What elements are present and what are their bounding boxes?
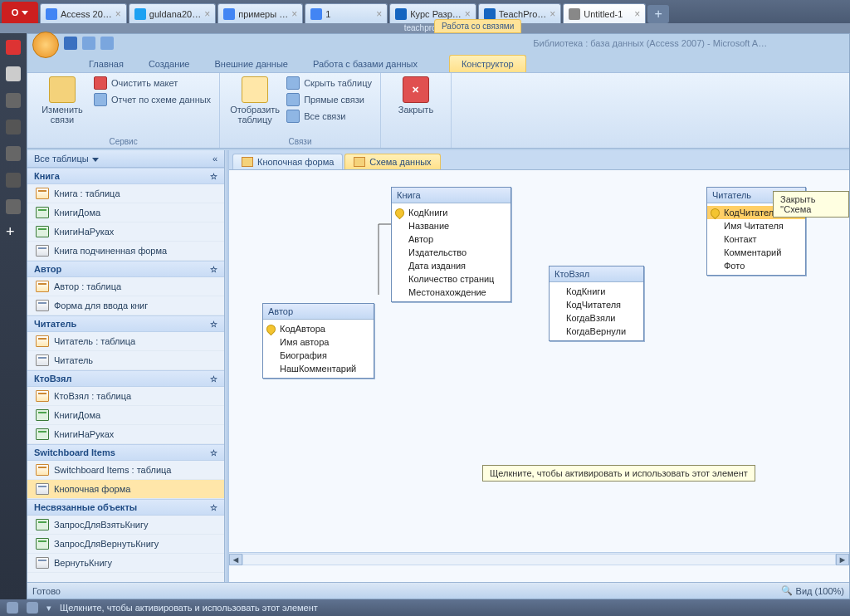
browser-tab[interactable]: Untitled-1× — [563, 3, 646, 23]
nav-group-header[interactable]: Несвязанные объекты☆ — [27, 499, 224, 516]
nav-group-header[interactable]: Читатель☆ — [27, 315, 224, 332]
table-title[interactable]: КтоВзял — [550, 266, 643, 282]
table-field[interactable]: Имя Читателя — [707, 219, 805, 232]
nav-item[interactable]: ВернутьКнигу — [27, 554, 224, 573]
table-field[interactable]: Автор — [392, 232, 510, 246]
nav-item[interactable]: КнигиНаРуках — [27, 222, 224, 242]
edit-relationships-button[interactable]: Изменить связи — [36, 76, 89, 125]
table-field[interactable]: Издательство — [392, 246, 510, 259]
ribbon-tab[interactable]: Работа с базами данных — [301, 56, 429, 72]
add-panel-icon[interactable]: + — [6, 226, 21, 241]
table-field[interactable]: Биография — [263, 349, 374, 362]
nav-item[interactable]: Switchboard Items : таблица — [27, 461, 224, 480]
table-field[interactable]: КодКниги — [392, 206, 510, 219]
history-icon[interactable] — [6, 199, 21, 214]
table-field[interactable]: Комментарий — [707, 246, 805, 259]
direct-relationships-button[interactable]: Прямые связи — [286, 93, 372, 106]
document-tab[interactable]: Схема данных — [344, 154, 440, 169]
browser-tab[interactable]: guldana20…× — [129, 3, 216, 23]
nav-item[interactable]: ЗапросДляВернутьКнигу — [27, 535, 224, 554]
show-table-button[interactable]: Отобразить таблицу — [228, 76, 281, 125]
widgets-icon[interactable] — [6, 93, 21, 108]
table-field[interactable]: КодАвтора — [263, 322, 374, 335]
close-tab-icon[interactable]: × — [115, 8, 121, 20]
table-title[interactable]: Книга — [392, 188, 510, 203]
nav-item[interactable]: КтоВзял : таблица — [27, 387, 224, 406]
table-field[interactable]: КодКниги — [550, 285, 643, 298]
downloads-icon[interactable] — [6, 173, 21, 188]
table-field[interactable]: НашКомментарий — [263, 362, 374, 375]
redo-icon[interactable] — [100, 37, 114, 50]
close-tab-icon[interactable]: × — [376, 8, 382, 20]
address-bar[interactable]: teachpro.ru — [0, 23, 850, 33]
table-title[interactable]: Автор — [263, 304, 374, 320]
new-tab-button[interactable]: + — [647, 5, 669, 23]
nav-item[interactable]: КнигиДома — [27, 203, 224, 222]
scroll-left-button[interactable]: ◄ — [229, 554, 242, 565]
nav-pane-header[interactable]: Все таблицы « — [27, 150, 224, 168]
ribbon-tab[interactable]: Внешние данные — [203, 56, 300, 72]
table-field[interactable]: КодЧитателя — [550, 298, 643, 311]
zoom-control[interactable]: 🔍 Вид (100%) — [781, 585, 844, 596]
nav-item[interactable]: КнигиДома — [27, 406, 224, 425]
close-button[interactable]: ✕ Закрыть — [389, 76, 442, 115]
nav-item[interactable]: Читатель : таблица — [27, 332, 224, 351]
browser-tab[interactable]: Access 20…× — [40, 3, 127, 23]
sync-icon[interactable] — [6, 120, 21, 134]
close-tab-icon[interactable]: × — [634, 8, 640, 20]
status-icon[interactable] — [27, 602, 38, 614]
close-tab-icon[interactable]: × — [465, 8, 471, 20]
table-field[interactable]: Количество страниц — [392, 272, 510, 286]
ribbon-tab[interactable]: Главная — [77, 56, 135, 72]
nav-item[interactable]: Книга подчиненная форма — [27, 242, 224, 261]
scroll-right-button[interactable]: ► — [836, 554, 849, 565]
nav-item[interactable]: Кнопочная форма — [27, 480, 224, 499]
nav-item[interactable]: ЗапросДляВзятьКнигу — [27, 516, 224, 535]
table-field[interactable]: Местонахождение — [392, 286, 510, 299]
close-tab-icon[interactable]: × — [291, 8, 297, 20]
table-field[interactable]: Фото — [707, 259, 805, 272]
horizontal-scrollbar[interactable]: ◄ ► — [229, 552, 849, 565]
opera-menu-button[interactable]: O — [2, 2, 38, 23]
close-tab-icon[interactable]: × — [204, 8, 210, 20]
table-avtor[interactable]: Автор КодАвтораИмя автораБиографияНашКом… — [262, 303, 374, 379]
nav-group-header[interactable]: Книга☆ — [27, 168, 224, 184]
relationship-report-button[interactable]: Отчет по схеме данных — [94, 93, 211, 106]
table-field[interactable]: КогдаВернули — [550, 325, 643, 338]
table-field[interactable]: Дата издания — [392, 259, 510, 272]
table-field[interactable]: Контакт — [707, 232, 805, 246]
table-field[interactable]: КогдаВзяли — [550, 311, 643, 325]
nav-item[interactable]: Форма для ввода книг — [27, 296, 224, 315]
table-kniga[interactable]: Книга КодКнигиНазваниеАвторИздательствоД… — [391, 187, 511, 302]
browser-tab[interactable]: примеры …× — [217, 3, 303, 23]
office-button[interactable] — [32, 32, 59, 58]
table-field[interactable]: Имя автора — [263, 335, 374, 349]
nav-group-header[interactable]: Switchboard Items☆ — [27, 444, 224, 461]
nav-group-header[interactable]: КтоВзял☆ — [27, 370, 224, 387]
notes-icon[interactable] — [6, 146, 21, 161]
relationships-diagram[interactable]: Автор КодАвтораИмя автораБиографияНашКом… — [229, 170, 849, 582]
undo-icon[interactable] — [82, 37, 95, 50]
table-ktovzyal[interactable]: КтоВзял КодКнигиКодЧитателяКогдаВзялиКог… — [549, 266, 644, 341]
ribbon-tab[interactable]: Создание — [137, 56, 202, 72]
nav-item[interactable]: Автор : таблица — [27, 277, 224, 296]
document-area: Кнопочная формаСхема данных Автор КодАвт… — [229, 150, 849, 582]
browser-tab[interactable]: 1× — [305, 3, 388, 23]
document-tab[interactable]: Кнопочная форма — [232, 154, 343, 169]
nav-item[interactable]: Книга : таблица — [27, 184, 224, 203]
panel-icon[interactable] — [6, 40, 21, 55]
nav-group-header[interactable]: Автор☆ — [27, 261, 224, 277]
nav-item[interactable]: КнигиНаРуках — [27, 425, 224, 444]
close-tab-icon[interactable]: × — [550, 8, 555, 20]
save-icon[interactable] — [64, 37, 77, 50]
status-icon[interactable] — [7, 602, 18, 614]
clear-layout-button[interactable]: Очистить макет — [94, 76, 211, 90]
all-relationships-button[interactable]: Все связи — [286, 110, 372, 123]
nav-item[interactable]: Читатель — [27, 351, 224, 370]
form-icon — [36, 483, 49, 495]
bookmarks-icon[interactable] — [6, 66, 21, 81]
ribbon-tab-constructor[interactable]: Конструктор — [449, 55, 526, 72]
hide-table-button[interactable]: Скрыть таблицу — [286, 76, 372, 90]
table-field[interactable]: Название — [392, 219, 510, 232]
query-icon — [36, 409, 49, 421]
